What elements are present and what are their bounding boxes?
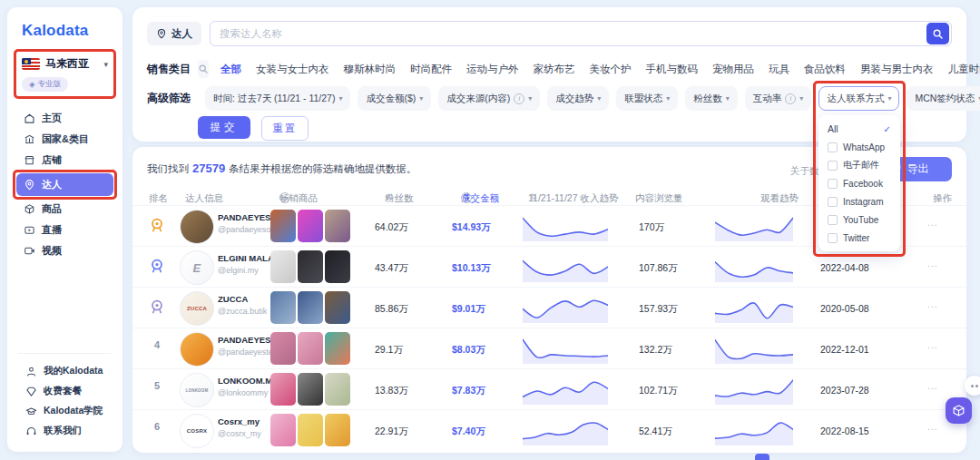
table-row[interactable]: 2 E ELGINI MALAYSIA@elgini.my 43.47万 $10… — [132, 246, 966, 288]
checkbox[interactable] — [828, 161, 838, 171]
sidebar-item-videos[interactable]: 视频 — [16, 240, 113, 261]
sidebar-item-shop[interactable]: 店铺 — [16, 150, 113, 171]
views-count: 132.2万 — [639, 344, 672, 357]
product-thumbnails[interactable] — [270, 332, 350, 365]
horizontal-scrollbar-thumb[interactable] — [755, 454, 769, 460]
creator-search-input[interactable] — [210, 21, 952, 46]
category-option[interactable]: 食品饮料 — [804, 63, 846, 76]
submit-button[interactable]: 提交 — [198, 116, 250, 139]
creator-avatar[interactable]: ZUCCA — [180, 291, 214, 326]
creator-avatar[interactable] — [180, 332, 214, 367]
category-option[interactable]: 运动与户外 — [466, 63, 519, 76]
followers-count: 13.83万 — [375, 385, 408, 397]
sidebar-item-my-kalodata[interactable]: 我的Kalodata — [18, 361, 112, 381]
rank-number: 6 — [143, 421, 171, 432]
filter-engagement-rate[interactable]: 互动率i▾ — [745, 86, 812, 111]
video-icon — [24, 245, 35, 257]
creator-avatar[interactable] — [180, 210, 214, 244]
chat-widget-button[interactable] — [965, 376, 980, 396]
creator-avatar[interactable]: E — [180, 250, 214, 285]
search-scope-chip[interactable]: 达人 — [147, 22, 201, 45]
sidebar-item-creators[interactable]: 达人 — [16, 173, 113, 196]
debut-time: 2022-08-15 — [820, 426, 869, 436]
followers-count: 85.86万 — [375, 303, 408, 316]
filter-time[interactable]: 时间: 过去7天 (11/21 - 11/27)▾ — [205, 86, 350, 111]
live-icon — [24, 224, 35, 236]
creator-avatar[interactable]: LONKOOM — [180, 373, 214, 407]
product-thumbnails[interactable] — [270, 373, 350, 406]
category-option[interactable]: 玩具 — [769, 63, 789, 76]
checkbox[interactable] — [828, 233, 838, 243]
rank-number: 5 — [143, 380, 171, 391]
row-actions-button[interactable]: ... — [927, 380, 938, 391]
category-option[interactable]: 美妆个护 — [590, 63, 632, 76]
filter-affiliate-status[interactable]: 联盟状态▾ — [616, 86, 678, 111]
cube-icon — [952, 404, 965, 417]
checkbox[interactable] — [828, 197, 838, 207]
product-thumbnails[interactable] — [270, 250, 350, 283]
checkbox[interactable] — [828, 179, 838, 189]
category-option[interactable]: 家纺布艺 — [534, 63, 575, 76]
category-option[interactable]: 穆斯林时尚 — [344, 63, 397, 76]
column-header-views[interactable]: 内容浏览量 — [635, 192, 683, 205]
category-search-icon[interactable] — [198, 60, 209, 78]
revenue-trend-chart — [523, 375, 608, 405]
sidebar-item-live[interactable]: 直播 — [16, 220, 113, 240]
creator-avatar[interactable]: COSRX — [180, 414, 214, 448]
dropdown-option-twitter[interactable]: Twitter — [818, 229, 900, 247]
dropdown-option-instagram[interactable]: Instagram — [818, 192, 900, 210]
sidebar-item-academy[interactable]: Kalodata学院 — [18, 401, 112, 421]
followers-count: 22.91万 — [375, 426, 408, 438]
filter-followers[interactable]: 粉丝数▾ — [685, 86, 738, 111]
product-thumbnails[interactable] — [270, 210, 350, 242]
check-icon: ✓ — [884, 124, 891, 134]
dropdown-option-whatsapp[interactable]: WhatsApp — [818, 138, 900, 156]
sidebar-item-contact-us[interactable]: 联系我们 — [18, 421, 112, 441]
filter-contact-method[interactable]: 达人联系方式▾ — [818, 86, 899, 111]
category-option[interactable]: 男装与男士内衣 — [860, 63, 934, 76]
table-row[interactable]: 6 COSRX Cosrx_my@cosrx_my 22.91万 $7.40万 … — [132, 409, 966, 451]
category-option[interactable]: 女装与女士内衣 — [256, 63, 329, 76]
country-selector[interactable]: 马来西亚 ▾ ◈ 专业版 — [16, 52, 113, 96]
revenue-value: $10.13万 — [452, 262, 491, 275]
row-actions-button[interactable]: ... — [927, 258, 938, 269]
view-trend-chart — [715, 416, 793, 445]
sidebar-item-country-category[interactable]: 国家&类目 — [16, 129, 113, 150]
row-actions-button[interactable]: ... — [927, 217, 938, 228]
advanced-filter-row: 高级筛选 时间: 过去7天 (11/21 - 11/27)▾ 成交金额($)▾ … — [147, 86, 957, 111]
sidebar-item-products[interactable]: 商品 — [16, 199, 113, 220]
product-thumbnails[interactable] — [270, 291, 350, 324]
checkbox[interactable] — [828, 215, 838, 225]
sidebar-item-home[interactable]: 主页 — [16, 108, 113, 129]
filter-mcn-status[interactable]: MCN签约状态▾ — [906, 86, 980, 111]
views-count: 157.93万 — [639, 303, 678, 316]
advanced-filter-label: 高级筛选 — [147, 91, 198, 106]
category-option[interactable]: 宠物用品 — [712, 63, 754, 76]
category-option[interactable]: 全部 — [220, 63, 241, 76]
dropdown-option-youtube[interactable]: YouTube — [818, 210, 900, 229]
category-option[interactable]: 儿童时尚 — [948, 63, 980, 76]
table-row[interactable]: 3 ZUCCA ZUCCA@zucca.butik 85.86万 $9.01万 … — [132, 287, 966, 328]
filter-revenue-trend[interactable]: 成交趋势▾ — [547, 86, 609, 111]
views-count: 102.71万 — [639, 385, 678, 397]
filter-revenue[interactable]: 成交金额($)▾ — [358, 86, 431, 111]
product-thumbnails[interactable] — [270, 414, 350, 446]
category-option[interactable]: 时尚配件 — [410, 63, 452, 76]
checkbox[interactable] — [828, 142, 838, 152]
row-actions-button[interactable]: ... — [927, 299, 938, 309]
dropdown-option-email[interactable]: 电子邮件 — [818, 156, 900, 174]
category-option[interactable]: 手机与数码 — [646, 63, 699, 76]
search-button[interactable] — [926, 23, 949, 44]
reset-button[interactable]: 重置 — [261, 116, 309, 141]
sidebar-item-pricing[interactable]: 收费套餐 — [18, 381, 112, 401]
table-row[interactable]: 4 PANDAEYESTEAM@pandaeyesteam 29.1万 $8.0… — [132, 328, 966, 369]
dropdown-option-all[interactable]: All✓ — [818, 120, 900, 138]
kalodata-logo[interactable]: Kalodata — [22, 22, 122, 40]
extension-cube-button[interactable] — [946, 397, 972, 424]
dropdown-option-facebook[interactable]: Facebook — [818, 174, 900, 192]
row-actions-button[interactable]: ... — [927, 339, 938, 350]
table-row[interactable]: 5 LONKOOM LONKOOM.MY@lonkoommy 13.83万 $7… — [132, 368, 966, 410]
views-count: 107.86万 — [639, 262, 678, 275]
row-actions-button[interactable]: ... — [927, 421, 938, 432]
filter-revenue-source[interactable]: 成交来源(内容)i▾ — [438, 86, 540, 111]
